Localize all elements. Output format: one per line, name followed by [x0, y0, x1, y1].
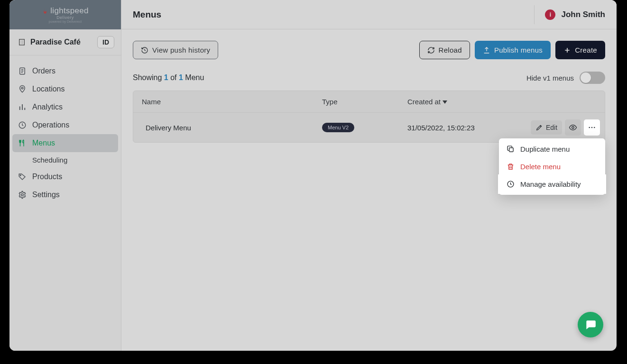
- hide-v1-toggle[interactable]: [580, 72, 605, 84]
- col-name[interactable]: Name: [142, 98, 322, 106]
- menus-table: Name Type Created at Delivery Menu Menu …: [133, 91, 605, 143]
- svg-rect-0: [19, 39, 25, 45]
- duplicate-menu-item[interactable]: Duplicate menu: [499, 140, 605, 158]
- publish-menus-button[interactable]: Publish menus: [475, 41, 551, 59]
- topbar: Menus i John Smith: [121, 0, 617, 29]
- clipboard-icon: [18, 67, 27, 75]
- flame-icon: [42, 7, 48, 15]
- table-row: Delivery Menu Menu V2 31/05/2022, 15:02:…: [133, 113, 605, 142]
- building-icon: [18, 38, 26, 46]
- sidebar-item-label: Locations: [32, 85, 65, 93]
- clock-icon: [18, 121, 27, 129]
- preview-button[interactable]: [565, 119, 581, 136]
- main-content: View push history Reload Publish menus C…: [121, 29, 617, 351]
- sidebar-item-label: Menus: [32, 139, 55, 147]
- svg-point-7: [589, 127, 590, 128]
- button-label: Publish menus: [494, 46, 543, 54]
- table-header: Name Type Created at: [133, 91, 605, 113]
- svg-point-2: [21, 87, 23, 89]
- cell-created: 31/05/2022, 15:02:23: [407, 124, 531, 132]
- delete-menu-item[interactable]: Delete menu: [499, 158, 605, 175]
- chat-icon: [584, 318, 597, 331]
- svg-point-5: [21, 194, 24, 196]
- svg-point-4: [20, 175, 21, 176]
- dropdown-item-label: Delete menu: [520, 163, 561, 171]
- dropdown-item-label: Duplicate menu: [520, 145, 570, 153]
- button-label: Create: [575, 46, 597, 54]
- row-actions-dropdown: Duplicate menu Delete menu Manage availa…: [499, 138, 605, 195]
- more-actions-button[interactable]: [584, 119, 600, 136]
- button-label: View push history: [152, 46, 210, 54]
- brand-sub1: Delivery: [56, 15, 74, 20]
- page-title: Menus: [133, 9, 161, 20]
- pencil-icon: [535, 124, 543, 131]
- gear-icon: [18, 191, 27, 199]
- clock-icon: [507, 180, 515, 188]
- sidebar-item-label: Settings: [32, 191, 60, 199]
- brand-name: lightspeed: [50, 6, 89, 16]
- view-push-history-button[interactable]: View push history: [133, 41, 218, 59]
- dots-icon: [588, 123, 596, 132]
- reload-icon: [427, 46, 435, 54]
- manage-availability-item[interactable]: Manage availability: [499, 175, 605, 193]
- tag-icon: [18, 173, 27, 181]
- reload-button[interactable]: Reload: [419, 41, 470, 59]
- sidebar-item-label: Operations: [32, 121, 69, 129]
- type-badge: Menu V2: [322, 123, 354, 132]
- brand-logo: lightspeed Delivery powered by Deliverec…: [9, 0, 121, 29]
- button-label: Reload: [439, 46, 462, 54]
- trash-icon: [507, 163, 515, 171]
- sidebar-item-settings[interactable]: Settings: [9, 186, 121, 204]
- pin-icon: [18, 85, 27, 93]
- svg-point-9: [594, 127, 595, 128]
- create-button[interactable]: Create: [555, 41, 605, 59]
- chat-fab[interactable]: [578, 312, 603, 337]
- username: John Smith: [561, 10, 605, 19]
- sort-desc-icon: [443, 100, 447, 104]
- edit-button[interactable]: Edit: [531, 120, 562, 135]
- sidebar-item-label: Products: [32, 173, 62, 181]
- sidebar-item-analytics[interactable]: Analytics: [9, 98, 121, 116]
- eye-icon: [569, 123, 577, 132]
- cutlery-icon: [18, 139, 27, 147]
- svg-point-6: [572, 127, 574, 129]
- cafe-name: Paradise Café: [30, 38, 81, 46]
- id-badge[interactable]: ID: [97, 36, 114, 48]
- plus-icon: [563, 46, 571, 54]
- col-type[interactable]: Type: [322, 98, 407, 106]
- cell-name: Delivery Menu: [142, 124, 322, 132]
- user-menu[interactable]: i John Smith: [534, 5, 605, 24]
- button-label: Edit: [546, 124, 557, 131]
- showing-text: Showing 1 of 1 Menu: [133, 73, 204, 82]
- upload-icon: [483, 46, 490, 54]
- sidebar-item-menus[interactable]: Menus: [12, 134, 118, 152]
- sidebar-item-products[interactable]: Products: [9, 168, 121, 186]
- avatar: i: [545, 9, 555, 20]
- brand-sub2: powered by Deliverect: [49, 20, 82, 23]
- svg-point-8: [591, 127, 593, 128]
- sidebar-item-orders[interactable]: Orders: [9, 62, 121, 80]
- col-created[interactable]: Created at: [407, 98, 531, 106]
- sidebar-sub-scheduling[interactable]: Scheduling: [9, 152, 121, 168]
- svg-rect-10: [509, 148, 514, 152]
- cafe-selector[interactable]: Paradise Café ID: [9, 29, 121, 55]
- sidebar-item-label: Analytics: [32, 103, 63, 111]
- sidebar-sub-label: Scheduling: [32, 156, 67, 164]
- sidebar-item-locations[interactable]: Locations: [9, 80, 121, 98]
- hide-v1-label: Hide v1 menus: [526, 74, 574, 82]
- sidebar: lightspeed Delivery powered by Deliverec…: [9, 0, 121, 351]
- history-icon: [141, 46, 148, 54]
- bars-icon: [18, 103, 27, 111]
- sidebar-item-operations[interactable]: Operations: [9, 116, 121, 134]
- copy-icon: [507, 145, 515, 153]
- dropdown-item-label: Manage availability: [520, 180, 581, 188]
- sidebar-item-label: Orders: [32, 67, 55, 75]
